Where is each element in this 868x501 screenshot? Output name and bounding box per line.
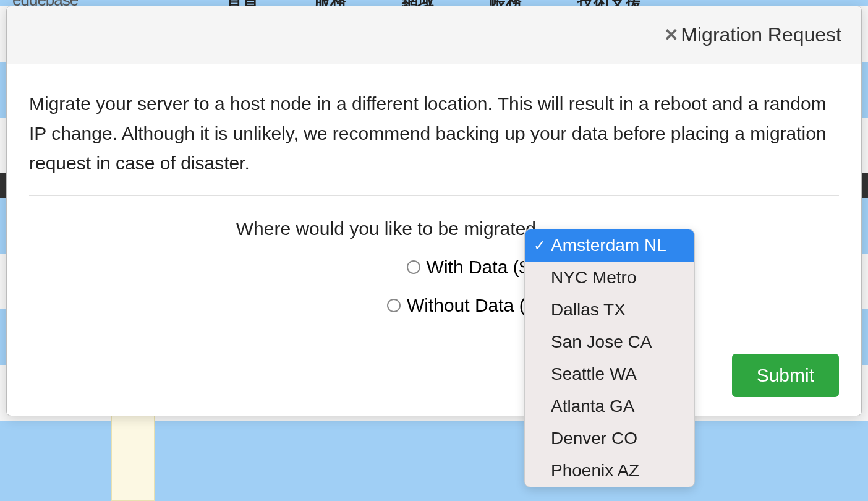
close-icon[interactable]: ✕: [664, 25, 678, 45]
radio-icon: [387, 299, 401, 312]
without-data-radio[interactable]: Without Data ($3: [29, 295, 546, 316]
migration-description: Migrate your server to a host node in a …: [29, 89, 839, 178]
radio-icon: [407, 260, 420, 274]
dropdown-option-phoenix[interactable]: Phoenix AZ: [525, 455, 694, 487]
modal-footer: Submit: [7, 335, 861, 416]
submit-button[interactable]: Submit: [732, 354, 839, 397]
data-option-radio-group: With Data ($5) Without Data ($3: [29, 257, 839, 316]
modal-header: ✕ Migration Request: [7, 6, 861, 64]
location-dropdown-menu[interactable]: Amsterdam NL NYC Metro Dallas TX San Jos…: [524, 229, 695, 487]
dropdown-option-dallas[interactable]: Dallas TX: [525, 294, 694, 326]
dropdown-option-sanjose[interactable]: San Jose CA: [525, 326, 694, 358]
migration-modal: ✕ Migration Request Migrate your server …: [6, 6, 862, 416]
dropdown-option-nyc[interactable]: NYC Metro: [525, 262, 694, 294]
divider: [29, 195, 839, 196]
dropdown-option-seattle[interactable]: Seattle WA: [525, 358, 694, 390]
modal-title: Migration Request: [681, 24, 841, 46]
dropdown-option-atlanta[interactable]: Atlanta GA: [525, 390, 694, 422]
location-question-label: Where would you like to be migrated: [29, 218, 546, 239]
with-data-radio[interactable]: With Data ($5): [29, 257, 546, 278]
modal-body: Migrate your server to a host node in a …: [7, 64, 861, 335]
dropdown-option-denver[interactable]: Denver CO: [525, 422, 694, 455]
dropdown-option-amsterdam[interactable]: Amsterdam NL: [525, 229, 694, 262]
